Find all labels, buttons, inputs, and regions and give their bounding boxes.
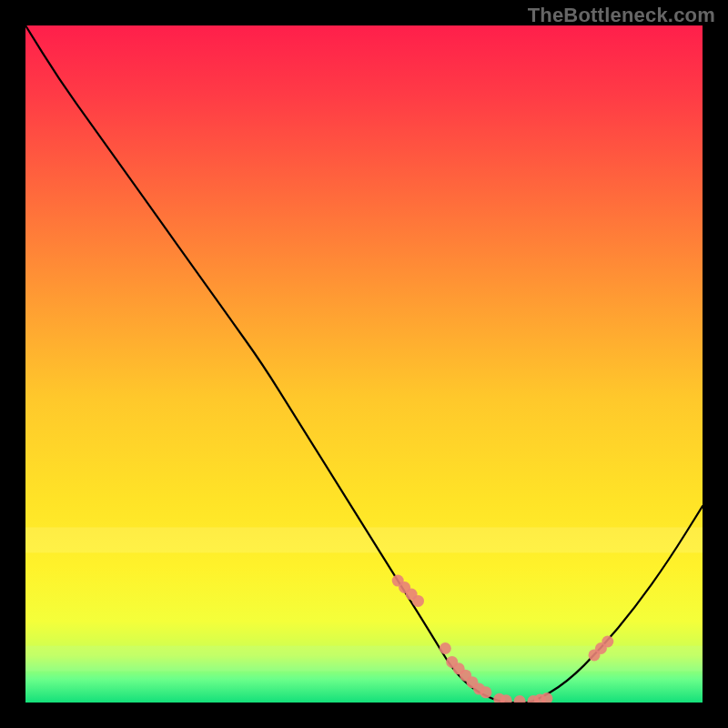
bottleneck-chart — [25, 25, 703, 703]
gradient-background — [25, 25, 703, 703]
data-point — [412, 595, 424, 607]
chart-container: TheBottleneck.com — [0, 0, 728, 728]
glow-band — [25, 527, 703, 552]
data-point — [440, 642, 451, 654]
data-point — [602, 636, 613, 648]
data-point — [480, 686, 491, 698]
watermark-label: TheBottleneck.com — [528, 4, 715, 27]
plot-area — [25, 25, 703, 703]
